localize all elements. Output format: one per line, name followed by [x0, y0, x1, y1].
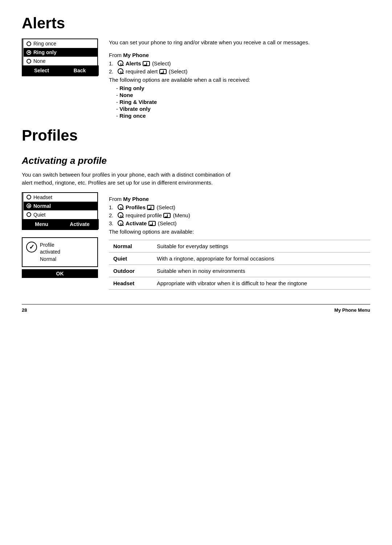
- alerts-step-2: 2. required alert (Select): [109, 68, 370, 74]
- profile-desc-headset: Appropriate with vibrator when it is dif…: [152, 277, 370, 289]
- nav-icon-2: [159, 69, 167, 74]
- alerts-content-area: Ring once Ring only None Select Back: [22, 39, 370, 120]
- profiles-steps: 1. Profiles (Select) 2. required profile…: [109, 203, 370, 226]
- activate-button[interactable]: Activate: [61, 219, 99, 229]
- profiles-table: Normal Suitable for everyday settings Qu…: [109, 240, 370, 290]
- profile-name-quiet: Quiet: [109, 252, 152, 265]
- profiles-intro: You can switch between four profiles in …: [22, 171, 240, 187]
- option-none: None: [116, 92, 370, 98]
- radio-none: [26, 59, 31, 64]
- profiles-left: Headset Normal Quiet Menu Activate: [22, 192, 98, 290]
- profiles-content: Headset Normal Quiet Menu Activate: [22, 192, 370, 290]
- screen-item-normal[interactable]: Normal: [23, 202, 97, 210]
- footer-label: My Phone Menu: [334, 307, 370, 313]
- profile-activated-box: ✓ Profile activated Normal: [22, 237, 98, 267]
- notif-line-1: Profile: [40, 242, 60, 249]
- select-button[interactable]: Select: [23, 65, 61, 76]
- profiles-step-1: 1. Profiles (Select): [109, 203, 370, 210]
- alerts-step-1: 1. Alerts (Select): [109, 60, 370, 66]
- screen-label-ring-once: Ring once: [33, 41, 56, 47]
- menu-button[interactable]: Menu: [23, 219, 61, 229]
- step1-text: Alerts: [126, 60, 141, 66]
- table-row-headset: Headset Appropriate with vibrator when i…: [109, 277, 370, 289]
- profiles-from-source: My Phone: [123, 196, 149, 202]
- profiles-phone-screen: Headset Normal Quiet Menu Activate: [22, 192, 98, 230]
- pnav-icon-3: [148, 221, 156, 226]
- profile-desc-quiet: With a ringtone, appropriate for formal …: [152, 252, 370, 265]
- checkmark-icon: ✓: [26, 242, 37, 253]
- pstep2-action: (Menu): [173, 212, 190, 218]
- alerts-title: Alerts: [22, 15, 370, 32]
- screen-label-ring-only: Ring only: [33, 49, 57, 55]
- ok-button[interactable]: OK: [22, 269, 98, 278]
- nav-icon-1: [143, 61, 150, 66]
- option-ring-vibrate: Ring & Vibrate: [116, 99, 370, 105]
- notification-text: Profile activated Normal: [40, 242, 60, 263]
- alerts-steps: 1. Alerts (Select) 2. required alert (Se…: [109, 60, 370, 74]
- alerts-from-source: My Phone: [123, 52, 149, 58]
- screen-item-ring-only[interactable]: Ring only: [23, 48, 97, 57]
- step-num-2: 2.: [109, 68, 116, 74]
- notification-area: ✓ Profile activated Normal OK: [22, 237, 98, 278]
- pstep-num-1: 1.: [109, 204, 116, 210]
- pstep1-text: Profiles: [126, 204, 146, 210]
- radio-normal: [26, 203, 31, 208]
- notif-line-2: activated: [40, 249, 60, 256]
- profiles-step-3: 3. Activate (Select): [109, 219, 370, 226]
- radio-quiet: [26, 212, 31, 217]
- profile-name-normal: Normal: [109, 240, 152, 252]
- back-button[interactable]: Back: [61, 65, 99, 76]
- pmenu-icon-3: [118, 220, 123, 226]
- option-ring-once: Ring once: [116, 113, 370, 119]
- screen-label-headset: Headset: [33, 194, 52, 200]
- profiles-title: Profiles: [22, 127, 370, 144]
- option-vibrate-only: Vibrate only: [116, 106, 370, 112]
- screen-item-quiet[interactable]: Quiet: [23, 210, 97, 219]
- radio-ring-only: [26, 50, 31, 55]
- alerts-intro: You can set your phone to ring and/or vi…: [109, 39, 327, 47]
- profile-name-headset: Headset: [109, 277, 152, 289]
- screen-item-none[interactable]: None: [23, 57, 97, 65]
- pstep-num-3: 3.: [109, 220, 116, 226]
- pnav-icon-2: [163, 213, 171, 218]
- page-number: 28: [22, 307, 27, 313]
- table-row-outdoor: Outdoor Suitable when in noisy environme…: [109, 265, 370, 277]
- profiles-phone-buttons: Menu Activate: [23, 219, 99, 229]
- pstep1-action: (Select): [156, 204, 175, 210]
- alerts-phone-buttons: Select Back: [23, 65, 99, 76]
- step-num-1: 1.: [109, 60, 116, 66]
- option-ring-only: Ring only: [116, 85, 370, 91]
- alerts-text-area: You can set your phone to ring and/or vi…: [109, 39, 370, 120]
- radio-headset: [26, 195, 31, 199]
- profiles-options-intro: The following options are available:: [109, 229, 370, 235]
- pmenu-icon-2: [118, 212, 123, 218]
- step2-action: (Select): [169, 68, 188, 74]
- alerts-options-intro: The following options are available when…: [109, 77, 370, 83]
- profile-desc-outdoor: Suitable when in noisy environments: [152, 265, 370, 277]
- alerts-section: Alerts Ring once Ring only None: [22, 15, 370, 120]
- profile-name-outdoor: Outdoor: [109, 265, 152, 277]
- screen-label-quiet: Quiet: [33, 212, 45, 218]
- radio-ring-once: [26, 41, 31, 46]
- activating-subtitle: Activating a profile: [22, 155, 370, 166]
- pnav-icon-1: [147, 205, 154, 210]
- pstep3-action: (Select): [158, 220, 177, 226]
- screen-label-normal: Normal: [33, 203, 51, 209]
- step1-action: (Select): [152, 60, 171, 66]
- screen-item-headset[interactable]: Headset: [23, 193, 97, 202]
- alerts-phone-screen: Ring once Ring only None Select Back: [22, 39, 98, 76]
- pstep-num-2: 2.: [109, 212, 116, 218]
- profile-desc-normal: Suitable for everyday settings: [152, 240, 370, 252]
- notif-line-3: Normal: [40, 256, 60, 263]
- table-row-quiet: Quiet With a ringtone, appropriate for f…: [109, 252, 370, 265]
- alerts-from-label: From My Phone: [109, 52, 370, 58]
- step2-text: required alert: [126, 68, 158, 74]
- screen-item-ring-once[interactable]: Ring once: [23, 39, 97, 48]
- profiles-step-2: 2. required profile (Menu): [109, 211, 370, 218]
- profiles-from-label: From My Phone: [109, 196, 370, 202]
- pstep3-text: Activate: [126, 220, 147, 226]
- alerts-options-list: Ring only None Ring & Vibrate Vibrate on…: [116, 85, 370, 119]
- profiles-section: Profiles Activating a profile You can sw…: [22, 127, 370, 290]
- pstep2-text: required profile: [126, 212, 162, 218]
- page-footer: 28 My Phone Menu: [22, 304, 370, 313]
